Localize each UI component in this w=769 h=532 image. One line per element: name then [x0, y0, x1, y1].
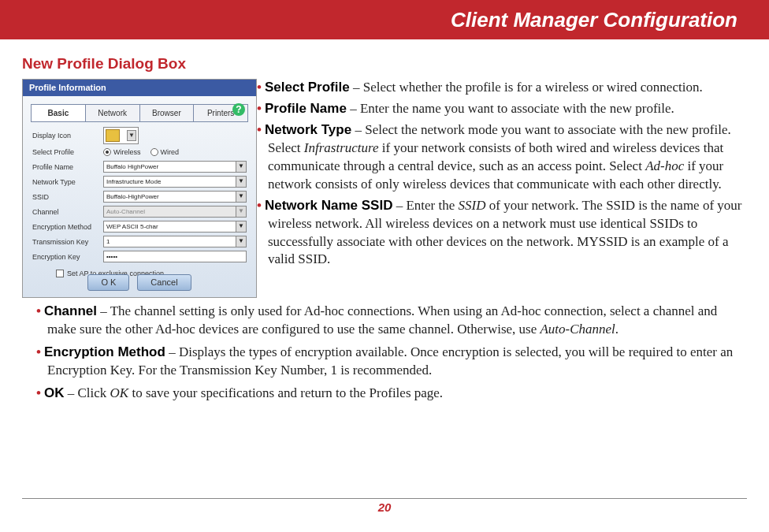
- tab-network[interactable]: Network: [86, 105, 140, 122]
- radio-wired[interactable]: Wired: [150, 147, 180, 157]
- channel-field: Auto-Channel▼: [103, 206, 247, 218]
- chevron-down-icon: ▼: [236, 177, 246, 187]
- dialog-titlebar: Profile Information: [23, 80, 256, 96]
- label-profile-name: Profile Name: [32, 162, 103, 172]
- bullet-icon: •: [36, 344, 41, 359]
- bullet-icon: •: [36, 385, 41, 400]
- item-encryption: •Encryption Method – Displays the types …: [22, 344, 747, 380]
- chevron-down-icon: ▼: [127, 130, 136, 141]
- page-number: 20: [378, 500, 392, 514]
- header-bar: Client Manager Configuration: [0, 0, 769, 39]
- ok-button[interactable]: O K: [87, 274, 129, 291]
- tab-browser[interactable]: Browser: [140, 105, 195, 122]
- chevron-down-icon: ▼: [236, 221, 246, 232]
- tx-key-field[interactable]: 1▼: [103, 236, 247, 247]
- network-type-field[interactable]: Infrastructure Mode▼: [103, 176, 247, 188]
- chevron-down-icon: ▼: [236, 162, 246, 172]
- item-channel: •Channel – The channel setting is only u…: [22, 303, 747, 339]
- chevron-down-icon: ▼: [236, 206, 246, 217]
- item-ok: •OK – Click OK to save your specificatio…: [22, 385, 747, 403]
- label-enc-key: Encryption Key: [32, 252, 103, 262]
- bullet-icon: •: [36, 303, 41, 318]
- label-select-profile: Select Profile: [32, 147, 103, 157]
- bullet-icon: •: [257, 80, 262, 95]
- section-heading: New Profile Dialog Box: [22, 55, 747, 73]
- label-ssid: SSID: [32, 192, 103, 202]
- footer-divider: [22, 498, 747, 499]
- dialog-tabs: Basic Network Browser Printers: [31, 104, 248, 123]
- top-block: Profile Information ? Basic Network Brow…: [22, 79, 747, 301]
- label-tx-key: Transmission Key: [32, 237, 103, 247]
- dialog-body: Display Icon ▼ Select Profile Wireless W…: [23, 122, 256, 278]
- bullet-icon: •: [257, 122, 262, 137]
- help-icon[interactable]: ?: [232, 103, 245, 116]
- footer: 20: [22, 498, 747, 515]
- tab-basic[interactable]: Basic: [32, 105, 86, 122]
- ssid-field[interactable]: Buffalo-HighPower▼: [103, 191, 247, 203]
- profile-name-field[interactable]: Buffalo HighPower▼: [103, 161, 247, 173]
- label-network-type: Network Type: [32, 177, 103, 187]
- label-channel: Channel: [32, 207, 103, 217]
- radio-wireless[interactable]: Wireless: [103, 147, 141, 157]
- encryption-field[interactable]: WEP ASCII 5-char▼: [103, 221, 247, 233]
- page-title: Client Manager Configuration: [451, 8, 737, 32]
- label-encryption: Encryption Method: [32, 222, 103, 232]
- definitions-lower: •Channel – The channel setting is only u…: [22, 303, 747, 403]
- bullet-icon: •: [257, 101, 262, 116]
- chevron-down-icon: ▼: [236, 236, 246, 247]
- bullet-icon: •: [257, 198, 262, 213]
- label-display-icon: Display Icon: [32, 131, 103, 140]
- profile-icon: [106, 129, 120, 142]
- profile-dialog-screenshot: Profile Information ? Basic Network Brow…: [22, 79, 257, 298]
- display-icon-dropdown[interactable]: ▼: [103, 127, 139, 144]
- content-area: New Profile Dialog Box Profile Informati…: [0, 39, 769, 403]
- chevron-down-icon: ▼: [236, 192, 246, 202]
- cancel-button[interactable]: Cancel: [137, 274, 191, 291]
- enc-key-field[interactable]: •••••: [103, 251, 247, 262]
